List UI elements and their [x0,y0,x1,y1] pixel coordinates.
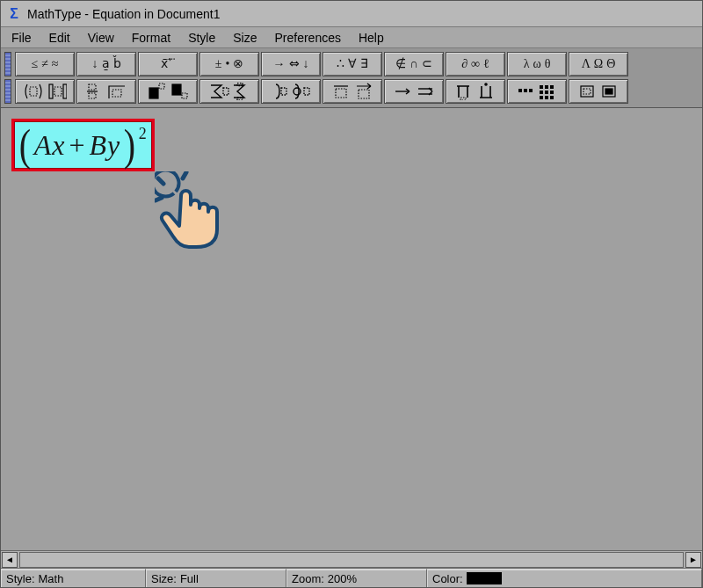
toolbar-row-templates [1,78,702,105]
palette-sums[interactable] [199,79,259,104]
glyph: ∀ [348,58,357,70]
color-swatch [467,572,502,584]
palette-embellish[interactable]: x̄ ⃗ ⃛ [138,52,198,76]
menubar: File Edit View Format Style Size Prefere… [1,27,702,48]
svg-rect-32 [540,91,543,94]
menu-help[interactable]: Help [352,29,395,47]
svg-point-25 [485,83,487,85]
titlebar: Σ MathType - Equation in Document1 [1,1,702,27]
palette-scripts[interactable] [138,79,198,104]
svg-rect-41 [605,89,612,94]
toolbar-grip[interactable] [4,79,11,104]
glyph: λ [524,58,530,70]
palette-matrices[interactable] [507,79,567,104]
tap-hand-icon [155,171,225,249]
svg-rect-1 [49,84,53,98]
equation-selection[interactable]: ( Ax+By ) 2 [11,119,155,171]
status-color[interactable]: Color: [427,569,702,587]
sigma-app-icon: Σ [6,6,22,22]
glyph: b̌ [113,58,121,70]
glyph: ≤ [31,58,38,70]
palette-set[interactable]: ∉ ∩ ⊂ [384,52,444,76]
palette-fractions[interactable] [76,79,136,104]
term-ax: Ax [34,129,66,161]
svg-rect-38 [581,86,593,97]
palette-products[interactable] [446,79,505,104]
term-by: By [89,129,120,161]
bars-icon [330,83,374,100]
palette-operators[interactable]: ± • ⊗ [199,52,259,76]
glyph: Ω [594,58,603,70]
scroll-left-button[interactable]: ◄ [2,552,18,568]
app-window: Σ MathType - Equation in Document1 File … [0,0,703,588]
svg-rect-34 [550,91,554,94]
glyph: Θ [606,58,615,70]
horizontal-scrollbar[interactable]: ◄ ► [1,550,702,568]
svg-rect-11 [182,93,187,98]
exponent: 2 [139,125,147,143]
palette-fences[interactable] [15,79,75,104]
palette-greek-upper[interactable]: Λ Ω Θ [569,52,628,76]
equation-editor-area[interactable]: ( Ax+By ) 2 [1,108,702,550]
integrals-icon [269,83,313,100]
glyph: ⊂ [422,58,432,70]
status-zoom-label: Zoom: [292,572,324,585]
scroll-track[interactable] [19,552,684,568]
menu-style[interactable]: Style [181,29,226,47]
status-style-label: Style: [6,572,35,585]
glyph: ∉ [395,58,406,70]
menu-view[interactable]: View [81,29,125,47]
svg-rect-19 [336,89,346,98]
status-bar: Style: Math Size: Full Zoom: 200% Color: [1,568,702,587]
svg-rect-7 [112,90,121,97]
glyph: ∂ [461,58,467,70]
status-style[interactable]: Style: Math [1,569,146,587]
svg-rect-36 [545,96,548,99]
close-paren: ) [124,123,135,167]
menu-size[interactable]: Size [226,29,267,47]
toolbar-strip: ≤ ≠ ≈ ↓ a̱ b̌ x̄ ⃗ ⃛ ± • ⊗ → ⇔ ↓ [1,48,702,108]
svg-rect-35 [540,96,543,99]
status-size[interactable]: Size: Full [146,569,286,587]
svg-rect-39 [583,89,591,94]
glyph: ≠ [41,58,48,70]
palette-integrals[interactable] [261,79,321,104]
palette-boxes[interactable] [569,79,628,104]
glyph: ≈ [52,58,59,70]
svg-rect-29 [540,85,543,89]
glyph: a̱ [102,58,110,70]
svg-rect-3 [63,84,67,98]
palette-misc[interactable]: ∂ ∞ ℓ [446,52,505,76]
toolbar-grip[interactable] [4,52,11,76]
svg-rect-24 [460,98,466,100]
scroll-right-button[interactable]: ► [685,552,701,568]
svg-rect-37 [550,96,554,99]
menu-format[interactable]: Format [125,29,181,47]
menu-edit[interactable]: Edit [42,29,81,47]
palette-arrows[interactable]: → ⇔ ↓ [261,52,321,76]
glyph: ↓ [303,58,309,70]
svg-rect-0 [30,87,37,96]
plus-op: + [65,129,89,161]
glyph: ∴ [337,58,344,70]
products-icon [453,83,497,100]
palette-spaces[interactable]: ↓ a̱ b̌ [76,52,136,76]
svg-rect-31 [550,85,554,89]
glyph: • [225,58,229,70]
fractions-icon [84,83,128,100]
svg-rect-33 [545,91,548,94]
palette-logical[interactable]: ∴ ∀ ∃ [323,52,382,76]
svg-rect-2 [54,87,62,96]
palette-label-arrows[interactable] [384,79,444,104]
palette-bars[interactable] [323,79,382,104]
status-zoom[interactable]: Zoom: 200% [286,569,427,587]
palette-relations[interactable]: ≤ ≠ ≈ [15,52,75,76]
glyph: → [273,58,286,70]
menu-file[interactable]: File [4,29,42,47]
menu-preferences[interactable]: Preferences [267,29,351,47]
glyph: ↓ [92,58,98,70]
fences-icon [23,83,67,100]
palette-greek-lower[interactable]: λ ω θ [507,52,567,76]
glyph: ∃ [360,58,368,70]
open-paren: ( [19,123,31,167]
